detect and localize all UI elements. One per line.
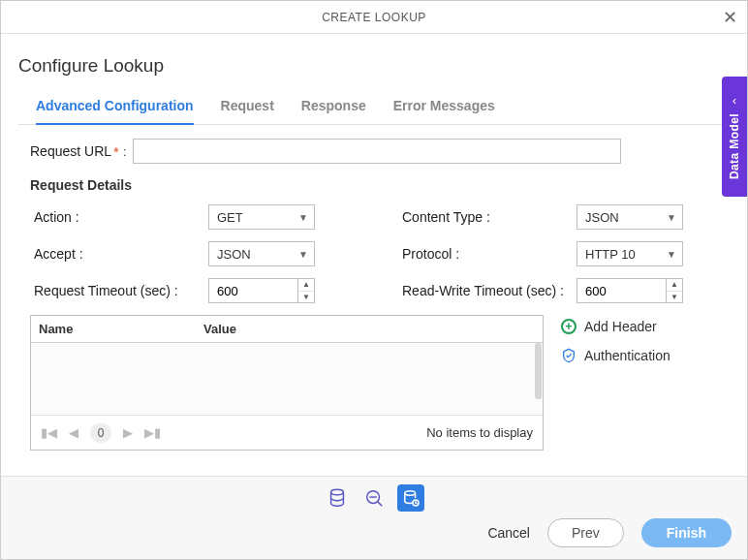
col-value: Value [196, 316, 244, 342]
headers-table-body [31, 343, 543, 415]
spinner-buttons: ▲ ▼ [297, 278, 315, 303]
prev-button[interactable]: Prev [547, 518, 624, 547]
dialog-content: Configure Lookup Advanced Configuration … [1, 34, 747, 476]
spinner-up-icon[interactable]: ▲ [298, 279, 314, 292]
svg-point-0 [331, 489, 344, 495]
finish-button[interactable]: Finish [641, 518, 732, 547]
data-model-rail-label: Data Model [728, 113, 741, 179]
content-type-label: Content Type : [402, 209, 577, 225]
content-type-value: JSON [585, 210, 619, 225]
database-source-icon[interactable] [324, 484, 351, 512]
rest-source-icon[interactable] [397, 484, 424, 512]
action-value: GET [217, 210, 243, 225]
protocol-select[interactable]: HTTP 10 ▼ [577, 241, 683, 266]
authentication-label: Authentication [584, 348, 670, 363]
dialog-titlebar: CREATE LOOKUP ✕ [1, 1, 747, 34]
tab-advanced-configuration[interactable]: Advanced Configuration [36, 90, 194, 125]
footer-buttons: Cancel Prev Finish [16, 518, 732, 547]
headers-table: Name Value ▮◀ ◀ 0 ▶ ▶▮ No items to displ… [30, 315, 544, 451]
readwrite-timeout-label: Read-Write Timeout (sec) : [402, 283, 577, 298]
content-type-select[interactable]: JSON ▼ [577, 204, 683, 230]
action-select[interactable]: GET ▼ [208, 204, 315, 230]
accept-value: JSON [217, 247, 251, 262]
accept-label: Accept : [34, 246, 208, 262]
footer-source-icons [16, 484, 732, 512]
scrollbar-thumb[interactable] [535, 343, 542, 399]
chevron-down-icon: ▼ [298, 212, 308, 223]
request-timeout-label: Request Timeout (sec) : [34, 283, 208, 298]
chevron-left-icon: ‹ [732, 94, 736, 108]
spinner-buttons: ▲ ▼ [666, 278, 683, 303]
pager-first-icon[interactable]: ▮◀ [41, 425, 57, 440]
request-url-label: Request URL [30, 143, 111, 159]
request-url-input[interactable] [133, 139, 621, 164]
request-url-row: Request URL * : [30, 139, 730, 164]
pager-page-number: 0 [90, 423, 111, 443]
dialog-title: CREATE LOOKUP [322, 11, 426, 24]
svg-point-2 [405, 491, 416, 495]
chevron-down-icon: ▼ [298, 249, 308, 260]
chevron-down-icon: ▼ [667, 212, 676, 223]
headers-pager: ▮◀ ◀ 0 ▶ ▶▮ No items to display [31, 415, 543, 450]
headers-table-head: Name Value [31, 316, 543, 343]
pager-prev-icon[interactable]: ◀ [69, 425, 78, 440]
page-title: Configure Lookup [18, 55, 730, 77]
data-model-rail[interactable]: ‹ Data Model [722, 77, 747, 197]
readwrite-timeout-stepper[interactable]: ▲ ▼ [577, 278, 693, 303]
create-lookup-dialog: CREATE LOOKUP ✕ Configure Lookup Advance… [0, 0, 748, 560]
request-details-heading: Request Details [30, 177, 730, 193]
tab-error-messages[interactable]: Error Messages [393, 90, 495, 124]
tab-response[interactable]: Response [301, 90, 366, 124]
headers-side-actions: + Add Header Authentication [561, 315, 670, 451]
shield-check-icon [561, 348, 577, 363]
chevron-down-icon: ▼ [667, 249, 676, 260]
required-asterisk: * [113, 143, 119, 160]
pager-next-icon[interactable]: ▶ [123, 425, 133, 440]
request-details-grid: Action : GET ▼ Content Type : JSON ▼ Acc… [30, 204, 730, 303]
headers-area: Name Value ▮◀ ◀ 0 ▶ ▶▮ No items to displ… [30, 315, 730, 451]
authentication-button[interactable]: Authentication [561, 348, 670, 363]
cancel-button[interactable]: Cancel [487, 525, 530, 541]
add-header-button[interactable]: + Add Header [561, 319, 670, 334]
spinner-up-icon[interactable]: ▲ [667, 279, 682, 292]
protocol-value: HTTP 10 [585, 247, 636, 262]
pager-empty-message: No items to display [426, 425, 533, 440]
spinner-down-icon[interactable]: ▼ [667, 292, 682, 303]
plus-circle-icon: + [561, 319, 577, 334]
tab-request[interactable]: Request [221, 90, 274, 124]
colon: : [123, 144, 127, 159]
lookup-source-icon[interactable] [360, 484, 388, 512]
readwrite-timeout-input[interactable] [577, 278, 666, 303]
pager-last-icon[interactable]: ▶▮ [144, 425, 161, 440]
col-name: Name [31, 316, 196, 342]
action-label: Action : [34, 209, 208, 225]
add-header-label: Add Header [584, 319, 657, 334]
accept-select[interactable]: JSON ▼ [208, 241, 315, 266]
request-timeout-input[interactable] [208, 278, 297, 303]
protocol-label: Protocol : [402, 246, 577, 262]
spinner-down-icon[interactable]: ▼ [298, 292, 314, 303]
form-area: Request URL * : Request Details Action :… [18, 125, 730, 451]
close-icon[interactable]: ✕ [723, 7, 738, 28]
tab-bar: Advanced Configuration Request Response … [18, 90, 730, 125]
request-timeout-stepper[interactable]: ▲ ▼ [208, 278, 344, 303]
dialog-footer: Cancel Prev Finish [1, 476, 747, 559]
